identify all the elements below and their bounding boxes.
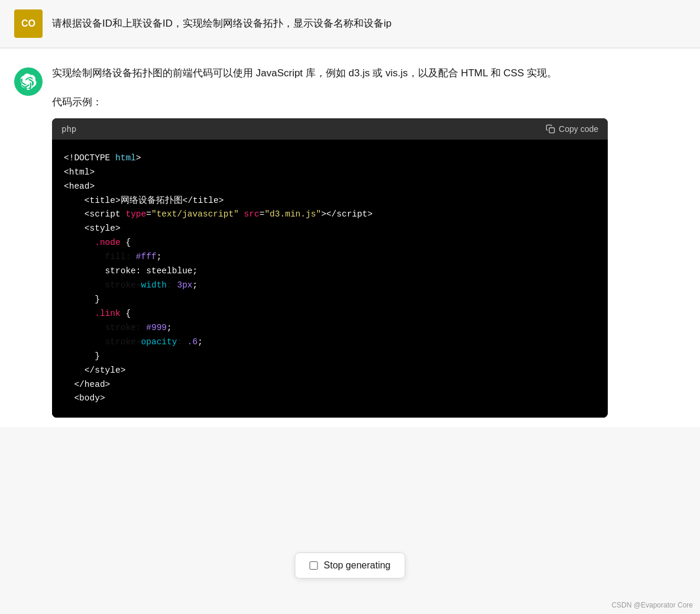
watermark: CSDN @Evaporator Core	[611, 601, 693, 609]
code-line-2: <html>	[64, 166, 596, 180]
stop-generating-button[interactable]: Stop generating	[295, 552, 406, 579]
code-line-6: <style>	[64, 222, 596, 236]
code-line-8: fill: #fff;	[64, 250, 596, 264]
copy-code-label: Copy code	[559, 124, 598, 134]
code-line-14: stroke: #999;	[64, 321, 596, 335]
code-label: 代码示例：	[52, 94, 686, 111]
assistant-avatar	[14, 67, 43, 96]
assistant-message-row: 实现绘制网络设备拓扑图的前端代码可以使用 JavaScript 库，例如 d3.…	[0, 49, 700, 427]
code-lang-label: php	[61, 124, 76, 134]
stop-generating-label: Stop generating	[324, 560, 391, 571]
user-message-row: CO 请根据设备ID和上联设备ID，实现绘制网络设备拓扑，显示设备名称和设备ip	[0, 0, 700, 48]
code-content: <!DOCTYPE html> <html> <head> <title>网络设…	[52, 140, 608, 418]
code-line-15: stroke-opacity: .6;	[64, 335, 596, 350]
code-line-3: <head>	[64, 180, 596, 194]
code-line-10: stroke-width: 3px;	[64, 279, 596, 293]
stop-checkbox-icon	[310, 561, 318, 570]
copy-code-button[interactable]: Copy code	[546, 124, 598, 134]
code-line-13: .link {	[64, 307, 596, 321]
code-line-18: </head>	[64, 378, 596, 392]
svg-rect-0	[549, 128, 555, 133]
chatgpt-icon	[20, 73, 37, 90]
code-line-4: <title>网络设备拓扑图</title>	[64, 194, 596, 208]
code-line-1: <!DOCTYPE html>	[64, 151, 596, 166]
code-block-wrapper: php Copy code <!DOCTYPE html> <html> <he…	[52, 118, 608, 418]
assistant-content: 实现绘制网络设备拓扑图的前端代码可以使用 JavaScript 库，例如 d3.…	[52, 65, 686, 418]
code-line-17: </style>	[64, 364, 596, 378]
code-line-11: }	[64, 293, 596, 307]
code-block-header: php Copy code	[52, 118, 608, 140]
assistant-intro: 实现绘制网络设备拓扑图的前端代码可以使用 JavaScript 库，例如 d3.…	[52, 65, 686, 82]
user-avatar: CO	[14, 9, 43, 38]
copy-icon	[546, 124, 555, 134]
code-line-9: stroke: steelblue;	[64, 264, 596, 279]
code-line-7: .node {	[64, 236, 596, 250]
code-line-16: }	[64, 350, 596, 364]
code-line-19: <body>	[64, 392, 596, 406]
code-line-5: <script type="text/javascript" src="d3.m…	[64, 208, 596, 222]
user-message-text: 请根据设备ID和上联设备ID，实现绘制网络设备拓扑，显示设备名称和设备ip	[52, 9, 391, 31]
